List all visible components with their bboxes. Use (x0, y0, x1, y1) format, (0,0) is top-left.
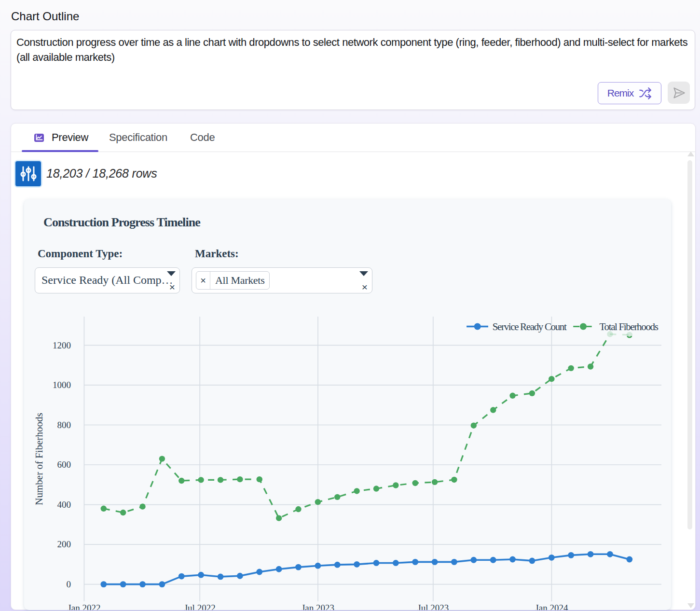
svg-text:0: 0 (67, 579, 71, 589)
svg-text:Jan 2022: Jan 2022 (68, 603, 100, 611)
svg-text:Jul 2023: Jul 2023 (417, 603, 449, 611)
svg-text:Jul 2022: Jul 2022 (184, 603, 216, 611)
svg-text:400: 400 (57, 500, 71, 510)
svg-text:1000: 1000 (53, 380, 71, 390)
svg-text:800: 800 (57, 420, 71, 430)
svg-text:200: 200 (57, 539, 71, 549)
svg-text:Jan 2023: Jan 2023 (302, 603, 334, 611)
svg-text:Total Fiberhoods: Total Fiberhoods (600, 321, 659, 333)
svg-text:Number of Fiberhoods: Number of Fiberhoods (33, 413, 45, 505)
svg-text:Jan 2024: Jan 2024 (535, 603, 568, 611)
svg-text:1200: 1200 (53, 340, 71, 350)
svg-text:Service Ready Count: Service Ready Count (493, 321, 567, 333)
svg-text:600: 600 (57, 459, 71, 470)
